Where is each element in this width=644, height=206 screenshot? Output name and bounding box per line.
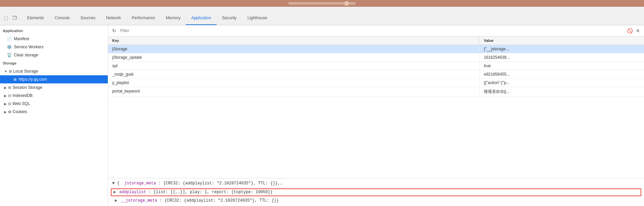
sidebar-group-local-storage[interactable]: ▼ ⊞ Local Storage xyxy=(0,67,108,75)
row-value: {"__jstorage... xyxy=(480,45,644,53)
devtools-body: Application 📄 Manifest ⚙️ Service Worker… xyxy=(0,25,644,206)
scrollbar-track xyxy=(288,2,356,5)
column-header-key: Key xyxy=(108,36,480,45)
json-line-0[interactable]: ▼ { jstorage_meta : {CRC32: {addplaylist… xyxy=(108,180,644,187)
chevron-right-icon-websql: ▶ xyxy=(4,102,7,106)
row-key: jStorage xyxy=(108,45,480,53)
chevron-right-icon: ▶ xyxy=(4,86,7,89)
table-row[interactable]: jStorage_update 1616254639... xyxy=(108,53,644,62)
chevron-right-icon-indexed: ▶ xyxy=(4,94,7,98)
sidebar: Application 📄 Manifest ⚙️ Service Worker… xyxy=(0,25,108,206)
json-key-1: addplaylist xyxy=(119,190,146,195)
json-line-2[interactable]: ▶ __jstorage_meta : {CRC32: {addplaylist… xyxy=(108,197,644,205)
table-header: Key Value xyxy=(108,36,644,45)
tab-performance[interactable]: Performance xyxy=(126,13,160,25)
sidebar-item-indexeddb[interactable]: ▶ ⊟ IndexedDB xyxy=(0,92,108,100)
clear-storage-icon: 🗑️ xyxy=(7,53,12,57)
sidebar-section-application: Application xyxy=(0,27,108,35)
devtools-tab-bar: ⬚ ❐ Elements Console Sources Network Per… xyxy=(0,7,644,25)
sidebar-item-clear-storage[interactable]: 🗑️ Clear storage xyxy=(0,51,108,59)
tab-console[interactable]: Console xyxy=(49,13,75,25)
close-filter-button[interactable]: ✕ xyxy=(635,27,641,34)
row-key: portal_keyword xyxy=(108,87,480,96)
browser-bar xyxy=(0,0,644,7)
row-key: y_playlist xyxy=(108,79,480,87)
json-key-0: jstorage_meta xyxy=(124,181,156,186)
websql-icon: ⊟ xyxy=(8,102,11,106)
row-value: 1616254639... xyxy=(480,53,644,61)
scrollbar-thumb[interactable] xyxy=(344,1,349,6)
sidebar-item-websql[interactable]: ▶ ⊟ Web SQL xyxy=(0,100,108,108)
table-row[interactable]: spt true xyxy=(108,62,644,70)
service-workers-icon: ⚙️ xyxy=(7,45,12,49)
tab-elements[interactable]: Elements xyxy=(22,13,49,25)
table-row[interactable]: portal_keyword 慢慢喜欢你||... xyxy=(108,87,644,97)
main-content: ↻ 🚫 ✕ Key Value jStorage {"__jstorage...… xyxy=(108,25,644,206)
table-row[interactable]: _noqb_guid e921858455... xyxy=(108,70,644,79)
sidebar-item-manifest[interactable]: 📄 Manifest xyxy=(0,35,108,43)
row-value: 慢慢喜欢你||... xyxy=(480,87,644,96)
row-value: e921858455... xyxy=(480,70,644,78)
cursor-icon[interactable]: ⬚ xyxy=(3,15,9,21)
table-row[interactable]: y_playlist [{"action":{"p... xyxy=(108,79,644,87)
expand-icon-0[interactable]: ▼ xyxy=(112,181,115,186)
row-key: jStorage_update xyxy=(108,53,480,61)
clear-filter-button[interactable]: 🚫 xyxy=(626,27,633,34)
sidebar-section-storage: Storage xyxy=(0,59,108,67)
local-storage-icon: ⊞ xyxy=(9,69,12,74)
refresh-button[interactable]: ↻ xyxy=(111,27,118,34)
grid-icon: ⊞ xyxy=(14,77,17,82)
expand-icon-2[interactable]: ▶ xyxy=(115,198,118,204)
manifest-icon: 📄 xyxy=(7,36,12,41)
json-preview: ▼ { jstorage_meta : {CRC32: {addplaylist… xyxy=(108,178,644,206)
row-value: [{"action":{"p... xyxy=(480,79,644,87)
sidebar-item-service-workers[interactable]: ⚙️ Service Workers xyxy=(0,43,108,51)
json-line-1[interactable]: ▶ addplaylist : {list: [{,…}], play: 1, … xyxy=(111,188,641,196)
chevron-right-icon-cookies: ▶ xyxy=(4,110,7,114)
filter-input[interactable] xyxy=(120,28,624,33)
filter-actions: 🚫 ✕ xyxy=(626,27,641,34)
row-key: _noqb_guid xyxy=(108,70,480,78)
row-key: spt xyxy=(108,62,480,70)
filter-bar: ↻ 🚫 ✕ xyxy=(108,25,644,36)
tab-icon-group: ⬚ ❐ xyxy=(3,15,22,25)
cookies-icon: ✿ xyxy=(8,110,11,114)
json-key-2: __jstorage_meta xyxy=(121,198,157,203)
indexeddb-icon: ⊟ xyxy=(8,94,11,98)
chevron-down-icon: ▼ xyxy=(4,70,7,73)
session-storage-icon: ⊞ xyxy=(8,85,11,90)
json-text-0: { xyxy=(117,181,124,186)
tab-network[interactable]: Network xyxy=(101,13,126,25)
expand-icon-1[interactable]: ▶ xyxy=(114,189,117,196)
sidebar-item-local-storage-url[interactable]: ⊞ https://y.qq.com xyxy=(0,75,108,83)
row-value: true xyxy=(480,62,644,70)
table-row[interactable]: jStorage {"__jstorage... xyxy=(108,45,644,53)
column-header-value: Value xyxy=(480,36,644,45)
tab-application[interactable]: Application xyxy=(186,13,217,25)
sidebar-group-session-storage[interactable]: ▶ ⊞ Session Storage xyxy=(0,83,108,92)
layers-icon[interactable]: ❐ xyxy=(11,15,18,21)
tab-security[interactable]: Security xyxy=(217,13,242,25)
tab-sources[interactable]: Sources xyxy=(75,13,101,25)
tab-memory[interactable]: Memory xyxy=(160,13,186,25)
tab-lighthouse[interactable]: Lighthouse xyxy=(242,13,273,25)
storage-table: Key Value jStorage {"__jstorage... jStor… xyxy=(108,36,644,178)
sidebar-item-cookies[interactable]: ▶ ✿ Cookies xyxy=(0,108,108,116)
